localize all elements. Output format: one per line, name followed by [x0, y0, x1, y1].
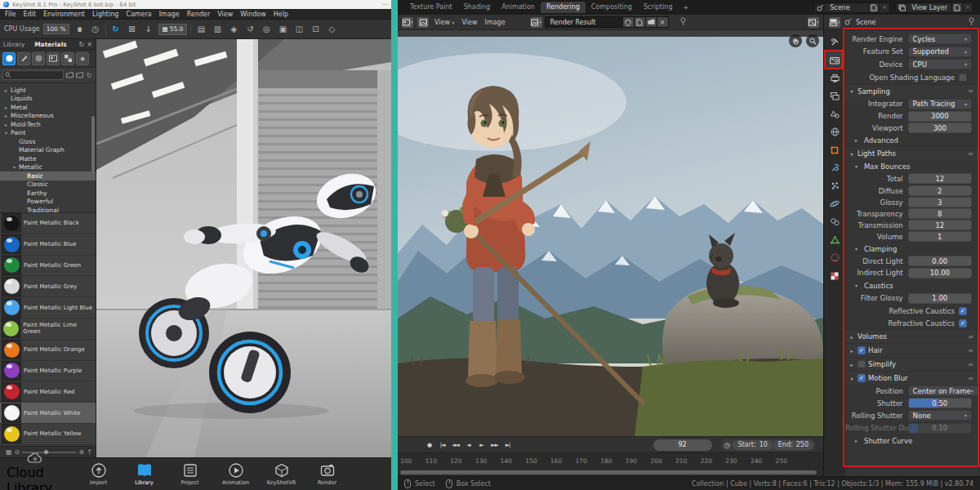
material-item-selected[interactable]: Paint Metallic White [0, 403, 96, 424]
caustics-subsection[interactable]: ▾ Caustics [845, 279, 978, 292]
material-item[interactable]: Paint Metallic Orange [0, 340, 96, 361]
integrator-dropdown[interactable]: Path Tracing▾ [908, 99, 972, 109]
menu-camera[interactable]: Camera [126, 11, 151, 18]
presets-icon[interactable]: ≡ [968, 87, 973, 95]
pin-icon[interactable] [679, 17, 687, 27]
reflective-caustics-checkbox[interactable]: ✓ [959, 307, 967, 315]
minimize-button[interactable]: — [381, 1, 388, 8]
expanded-arrow-icon[interactable]: ▾ [5, 130, 11, 136]
layout-icon[interactable]: ◫ [292, 23, 305, 36]
tree-item[interactable]: ▸Metal [0, 103, 96, 112]
start-frame-field[interactable]: Start: 10 [733, 440, 772, 450]
material-item[interactable]: Paint Metallic Green [0, 256, 96, 277]
sampling-section[interactable]: ▾ Sampling ≡ [845, 84, 978, 98]
sync-icon[interactable]: ↻ [85, 71, 93, 79]
tree-item[interactable]: ▾Paint [0, 129, 96, 138]
environments-category-icon[interactable] [47, 52, 60, 65]
diffuse-bounces-field[interactable]: 2 [908, 185, 972, 196]
dock-import-button[interactable]: Import [82, 462, 115, 486]
material-item[interactable]: Paint Metallic Blue [0, 234, 96, 256]
tree-item[interactable]: Powerful [0, 198, 96, 207]
zoom-in-icon[interactable]: ⊕ [79, 448, 85, 456]
dock-project-button[interactable]: Project [174, 462, 207, 486]
tree-item[interactable]: Material Graph [0, 146, 96, 155]
material-item[interactable]: Paint Metallic Black [0, 213, 96, 234]
transparency-bounces-field[interactable]: 8 [908, 208, 972, 219]
direct-light-field[interactable]: 0.00 [908, 256, 972, 266]
tab-render[interactable] [825, 51, 844, 69]
render-samples-field[interactable]: 3000 [908, 111, 972, 122]
unlink-scene-button[interactable]: × [879, 2, 889, 13]
simplify-section[interactable]: ▸ Simplify ≡ [845, 357, 978, 371]
indirect-light-field[interactable]: 10.00 [908, 268, 972, 278]
new-image-icon[interactable] [635, 16, 646, 28]
remove-view-layer-button[interactable]: × [962, 2, 973, 13]
add-folder-icon[interactable] [65, 71, 74, 79]
motion-blur-checkbox[interactable]: ✓ [858, 374, 866, 382]
glossy-bounces-field[interactable]: 3 [908, 197, 972, 207]
reset-camera-icon[interactable]: ↺ [243, 23, 256, 36]
workspace-tab-compositing[interactable]: Compositing [586, 2, 638, 13]
menu-lighting[interactable]: Lighting [92, 11, 118, 18]
display-channels-dropdown[interactable]: ▾ [808, 17, 819, 28]
add-workspace-button[interactable]: + [679, 4, 694, 11]
workspace-tab-scripting[interactable]: Scripting [638, 2, 679, 13]
material-item[interactable]: Paint Metallic Purple [0, 361, 96, 382]
colors-category-icon[interactable] [17, 52, 30, 65]
tree-item[interactable]: Matte [0, 154, 96, 163]
backplates-category-icon[interactable] [61, 52, 74, 65]
total-bounces-field[interactable]: 12 [908, 173, 972, 184]
tree-item[interactable]: Earthy [0, 189, 96, 198]
thumbnail-size-slider[interactable] [22, 452, 76, 453]
tab-physics[interactable] [825, 195, 844, 212]
fake-user-icon[interactable] [623, 16, 635, 28]
textures-category-icon[interactable] [32, 52, 45, 65]
close-icon[interactable]: × [87, 41, 92, 48]
hair-checkbox[interactable]: ✓ [858, 346, 866, 354]
dock-keyshotvr-button[interactable]: KeyShotVR [265, 462, 298, 486]
next-keyframe-button[interactable]: ►► [489, 439, 500, 450]
favorites-category-icon[interactable]: ★ [76, 52, 89, 65]
clamping-subsection[interactable]: ▾ Clamping [845, 243, 978, 256]
tab-constraints[interactable] [825, 213, 844, 230]
menu-environment[interactable]: Environment [43, 11, 85, 18]
hair-section[interactable]: ▸ ✓ Hair ≡ [845, 343, 978, 357]
view-menu[interactable]: View [461, 19, 479, 26]
perspective-icon[interactable]: ▤ [194, 23, 207, 36]
view-layer-browse-icon[interactable] [896, 2, 907, 13]
fullscreen-icon[interactable]: ◇ [325, 23, 338, 36]
refractive-caustics-checkbox[interactable]: ✓ [959, 319, 967, 327]
tab-world[interactable] [825, 123, 844, 140]
device-dropdown[interactable]: CPU▾ [908, 59, 972, 69]
upload-icon[interactable]: ↑ [87, 448, 92, 456]
rolling-shutter-dropdown[interactable]: None▾ [908, 410, 972, 421]
dock-render-button[interactable]: Render [311, 462, 344, 486]
cloud-library-button[interactable]: Cloud Library [7, 452, 64, 490]
filter-glossy-field[interactable]: 1.00 [908, 293, 972, 304]
environment-sphere-icon[interactable]: ◎ [260, 23, 273, 36]
backplate-icon[interactable]: ▣ [276, 23, 289, 36]
render-result-canvas[interactable] [398, 30, 823, 436]
download-icon[interactable]: ↓ [142, 23, 155, 36]
osl-checkbox[interactable] [959, 74, 967, 82]
image-mode-icon[interactable] [417, 17, 429, 28]
browse-image-icon[interactable]: ▾ [531, 17, 542, 28]
workspace-tab-texture-paint[interactable]: Texture Paint [404, 2, 458, 13]
tree-item[interactable]: Classic [0, 180, 96, 189]
workspace-tab-shading[interactable]: Shading [458, 2, 497, 13]
camera-views-icon[interactable]: ▥ [211, 23, 224, 36]
menu-view[interactable]: View [217, 11, 233, 18]
tab-tool[interactable] [825, 33, 844, 51]
search-input[interactable] [2, 70, 64, 80]
tree-item[interactable]: ▸Miscellaneous [0, 112, 96, 121]
properties-editor-type-dropdown[interactable]: ▾ [829, 17, 840, 28]
mb-position-dropdown[interactable]: Center on Frame▾ [908, 385, 978, 396]
dock-library-button-active[interactable]: Library [128, 462, 161, 486]
tree-scrollbar[interactable] [91, 116, 95, 173]
tree-item[interactable]: Gloss [0, 137, 96, 146]
play-reverse-button[interactable]: ◄ [463, 439, 474, 450]
tab-view-layer[interactable] [825, 87, 844, 105]
material-item[interactable]: Paint Metallic Grey [0, 276, 96, 297]
new-view-layer-button[interactable] [951, 2, 962, 13]
tree-item[interactable]: Liquids [0, 95, 96, 104]
